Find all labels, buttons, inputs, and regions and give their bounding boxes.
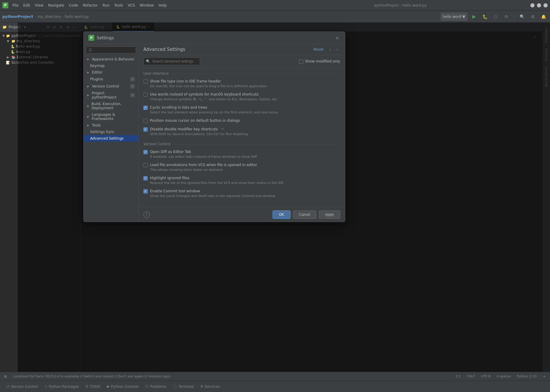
bottom-tab-python-packages[interactable]: ⬡ Python Packages [41, 383, 82, 390]
profile-button[interactable]: ⟳ [502, 13, 510, 21]
bottom-tab-services[interactable]: ⚙ Services [197, 383, 223, 390]
nav-label-appearance: Appearance & Behavior [92, 57, 134, 61]
apply-button[interactable]: Apply [319, 210, 340, 219]
todo-icon: ☰ [85, 385, 88, 388]
notifications-button[interactable]: 🔔 [539, 13, 548, 21]
close-button[interactable]: × [543, 3, 548, 7]
help-button[interactable]: ? [143, 211, 150, 218]
menu-edit[interactable]: Edit [21, 3, 32, 8]
show-modified-checkbox[interactable] [299, 60, 303, 64]
cb-load-annotations[interactable] [143, 163, 148, 167]
status-encoding[interactable]: UTF-8 [480, 374, 492, 379]
ok-button[interactable]: OK [273, 210, 290, 219]
setting-show-file-type-icon: Show file type icon in IDE frame header … [143, 79, 340, 88]
settings-nav: ▶ Appearance & Behavior Keymap ▶ Editor … [84, 44, 139, 222]
chevron-down-icon: ▼ [2, 34, 5, 38]
py-file-icon-2: 🐍 [11, 50, 15, 54]
status-python-version[interactable]: Python 3.10 [516, 374, 538, 379]
run-button[interactable]: ▶ [470, 13, 478, 21]
nav-item-appearance[interactable]: ▶ Appearance & Behavior [84, 56, 138, 63]
nav-arrows: ‹ › [327, 46, 340, 52]
cb-open-diff[interactable] [143, 150, 148, 154]
menu-window[interactable]: Window [138, 3, 156, 8]
bottom-tab-label-console: Python Console [111, 385, 139, 389]
search-everywhere-button[interactable]: 🔍 [518, 13, 526, 21]
ext-lib-icon: 📚 [11, 55, 15, 59]
cb-enable-commit[interactable] [143, 189, 148, 193]
cancel-button[interactable]: Cancel [293, 210, 316, 219]
bottom-tab-version-control[interactable]: ⎇ Version Control [2, 383, 41, 390]
advanced-search-wrap: 🔍 [143, 57, 297, 65]
coverage-button[interactable]: ⬡ [491, 13, 500, 21]
nav-item-editor[interactable]: ▶ Editor [84, 69, 138, 76]
status-bar-right: 2:1 CRLF UTF-8 4 spaces Python 3.10 ⇥ [454, 374, 546, 379]
menu-tools[interactable]: Tools [112, 3, 125, 8]
run-config-selector[interactable]: hello word ▼ [440, 13, 468, 21]
menu-run[interactable]: Run [101, 3, 111, 8]
advanced-search-input[interactable] [143, 57, 200, 65]
cb-show-file-type-icon[interactable] [143, 79, 148, 84]
menu-vcs[interactable]: VCS [126, 3, 137, 8]
maximize-button[interactable]: □ [537, 3, 541, 7]
settings-search-input[interactable] [86, 46, 136, 54]
settings-reset-button[interactable]: Reset [313, 47, 324, 51]
bottom-tab-terminal[interactable]: ⬛ Terminal [170, 383, 197, 390]
nav-item-languages[interactable]: ▶ Languages & Frameworks [84, 111, 138, 122]
bottom-tab-todo[interactable]: ☰ TODO [82, 383, 103, 390]
minimize-button[interactable]: — [530, 3, 535, 7]
nav-item-vcs[interactable]: ▶ Version Control ≡ [84, 83, 138, 90]
desc-open-diff: If enabled, use editor tabs instead of f… [150, 155, 340, 159]
cb-disable-double-modifier[interactable] [143, 127, 148, 132]
project-label[interactable]: pythonProject [2, 14, 33, 19]
bottom-tab-label-packages: Python Packages [49, 385, 79, 389]
toolbar-actions: hello word ▼ ▶ 🐛 ⬡ ⟳ 🔍 ⚙ 🔔 [440, 13, 548, 21]
setting-enable-commit: Enable Commit tool window Show the Local… [143, 189, 340, 198]
cb-use-words[interactable] [143, 93, 148, 97]
nav-arrow-editor: ▶ [87, 71, 90, 74]
bottom-tab-python-console[interactable]: ▶ Python Console [104, 383, 142, 390]
status-message[interactable]: Localized PyCharm 2023.1.4 is available … [12, 374, 172, 379]
nav-arrow-project: ▶ [87, 94, 90, 97]
label-show-file-type-icon: Show file type icon in IDE frame header [150, 79, 221, 83]
cb-cyclic-scrolling[interactable] [143, 106, 148, 110]
plugins-badge: ≡ [130, 77, 135, 82]
menu-navigate[interactable]: Navigate [46, 3, 66, 8]
dialog-close-button[interactable]: × [334, 35, 340, 41]
nav-item-advanced[interactable]: Advanced Settings [84, 135, 138, 142]
forward-arrow-button[interactable]: › [334, 46, 340, 52]
bottom-tab-label-vcs: Version Control [11, 385, 38, 389]
packages-icon: ⬡ [44, 385, 47, 388]
nav-item-keymap[interactable]: Keymap [84, 63, 138, 69]
status-crlf[interactable]: CRLF [465, 374, 476, 379]
cb-highlight-ignored[interactable] [143, 176, 148, 180]
debug-button[interactable]: 🐛 [481, 13, 489, 21]
nav-label-settings-sync: Settings Sync [90, 130, 115, 134]
menu-view[interactable]: View [33, 3, 45, 8]
nav-item-build[interactable]: ▶ Build, Execution, Deployment [84, 101, 138, 111]
label-position-mouse: Position mouse cursor on default button … [150, 118, 240, 123]
main-toolbar: pythonProject › my_directory › hello wor… [0, 11, 550, 23]
reset-double-modifier-icon[interactable]: ↩ [221, 127, 224, 131]
bottom-tab-problems[interactable]: ⓘ Problems [142, 383, 169, 390]
desc-highlight-ignored: Request the list of the ignored files fr… [150, 181, 340, 185]
nav-item-settings-sync[interactable]: Settings Sync [84, 129, 138, 135]
dialog-body: ▶ Appearance & Behavior Keymap ▶ Editor … [84, 44, 345, 222]
menu-refactor[interactable]: Refactor [81, 3, 99, 8]
cb-position-mouse[interactable] [143, 119, 148, 123]
menu-file[interactable]: File [11, 3, 20, 8]
menu-code[interactable]: Code [67, 3, 80, 8]
dialog-icon: P [88, 35, 94, 41]
status-indent[interactable]: 4 spaces [495, 374, 512, 379]
settings-content-title: Advanced Settings [143, 47, 185, 52]
settings-button[interactable]: ⚙ [529, 13, 537, 21]
window-title: pythonProject - hello word.py [271, 3, 530, 7]
nav-item-tools[interactable]: ▶ Tools [84, 122, 138, 129]
status-position[interactable]: 2:1 [454, 374, 462, 379]
nav-item-plugins[interactable]: Plugins ≡ [84, 76, 138, 83]
show-modified-label[interactable]: Show modified only [299, 59, 340, 64]
settings-scroll-area[interactable]: User Interface Show file type icon in ID… [139, 68, 345, 207]
status-icon: 🖥 [4, 374, 7, 379]
menu-help[interactable]: Help [157, 3, 168, 8]
nav-item-project[interactable]: ▶ Project: pythonProject ≡ [84, 90, 138, 101]
back-arrow-button[interactable]: ‹ [327, 46, 333, 52]
